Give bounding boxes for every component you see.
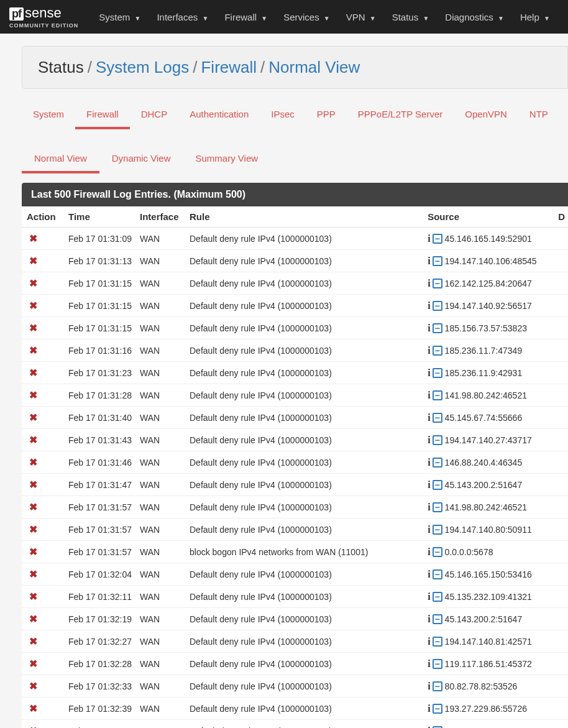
block-icon[interactable]: ✖ xyxy=(27,479,39,491)
tab-authentication[interactable]: Authentication xyxy=(178,101,260,129)
resolve-icon[interactable]: − xyxy=(433,279,442,288)
tab-system[interactable]: System xyxy=(22,101,75,129)
info-icon[interactable]: i xyxy=(428,546,430,558)
resolve-icon[interactable]: − xyxy=(433,458,442,468)
resolve-icon[interactable]: − xyxy=(433,368,442,378)
breadcrumb-segment[interactable]: Normal View xyxy=(268,58,360,76)
resolve-icon[interactable]: − xyxy=(433,346,442,356)
block-icon[interactable]: ✖ xyxy=(27,680,39,692)
info-icon[interactable]: i xyxy=(428,703,430,714)
info-icon[interactable]: i xyxy=(428,233,430,244)
block-icon[interactable]: ✖ xyxy=(27,501,39,513)
info-icon[interactable]: i xyxy=(428,479,430,491)
block-icon[interactable]: ✖ xyxy=(27,523,39,535)
resolve-icon[interactable]: − xyxy=(433,234,442,244)
col-header-destination[interactable]: D xyxy=(555,206,568,228)
nav-item-help[interactable]: Help ▼ xyxy=(512,1,558,33)
info-icon[interactable]: i xyxy=(428,390,430,401)
resolve-icon[interactable]: − xyxy=(433,681,442,691)
info-icon[interactable]: i xyxy=(428,345,430,356)
resolve-icon[interactable]: − xyxy=(433,323,442,333)
breadcrumb-segment[interactable]: System Logs xyxy=(96,58,189,76)
info-icon[interactable]: i xyxy=(428,591,430,602)
col-header-action[interactable]: Action xyxy=(22,206,65,228)
tab-firewall[interactable]: Firewall xyxy=(75,101,130,129)
tab-ppp[interactable]: PPP xyxy=(306,101,347,129)
block-icon[interactable]: ✖ xyxy=(27,591,39,602)
nav-item-interfaces[interactable]: Interfaces ▼ xyxy=(149,1,216,33)
resolve-icon[interactable]: − xyxy=(433,525,442,535)
table-row: ✖Feb 17 01:31:57WANblock bogon IPv4 netw… xyxy=(22,541,568,563)
resolve-icon[interactable]: − xyxy=(433,726,442,729)
block-icon[interactable]: ✖ xyxy=(27,703,39,714)
block-icon[interactable]: ✖ xyxy=(27,568,39,580)
info-icon[interactable]: i xyxy=(428,256,430,267)
col-header-rule[interactable]: Rule xyxy=(186,206,424,228)
tab-dhcp[interactable]: DHCP xyxy=(130,101,179,129)
info-icon[interactable]: i xyxy=(428,614,430,625)
resolve-icon[interactable]: − xyxy=(433,637,442,647)
info-icon[interactable]: i xyxy=(428,658,430,670)
block-icon[interactable]: ✖ xyxy=(27,300,39,311)
resolve-icon[interactable]: − xyxy=(433,659,442,669)
nav-item-vpn[interactable]: VPN ▼ xyxy=(338,1,384,33)
resolve-icon[interactable]: − xyxy=(433,704,442,714)
brand-logo[interactable]: pfsense COMMUNITY EDITION xyxy=(9,5,78,29)
subtab-summary-view[interactable]: Summary View xyxy=(183,145,271,173)
tab-pppoe-l2tp-server[interactable]: PPPoE/L2TP Server xyxy=(347,101,454,129)
block-icon[interactable]: ✖ xyxy=(27,658,39,670)
info-icon[interactable]: i xyxy=(428,435,430,446)
resolve-icon[interactable]: − xyxy=(433,413,442,423)
info-icon[interactable]: i xyxy=(428,412,430,423)
info-icon[interactable]: i xyxy=(428,323,430,334)
block-icon[interactable]: ✖ xyxy=(27,322,39,334)
subtab-normal-view[interactable]: Normal View xyxy=(22,145,99,173)
info-icon[interactable]: i xyxy=(428,636,430,647)
nav-item-status[interactable]: Status ▼ xyxy=(384,1,437,33)
block-icon[interactable]: ✖ xyxy=(27,456,39,468)
nav-item-system[interactable]: System ▼ xyxy=(91,1,149,33)
info-icon[interactable]: i xyxy=(428,681,430,692)
resolve-icon[interactable]: − xyxy=(433,502,442,512)
breadcrumb-segment[interactable]: Firewall xyxy=(201,58,257,76)
block-icon[interactable]: ✖ xyxy=(27,233,39,244)
resolve-icon[interactable]: − xyxy=(433,569,442,579)
info-icon[interactable]: i xyxy=(428,278,430,289)
resolve-icon[interactable]: − xyxy=(433,256,442,266)
block-icon[interactable]: ✖ xyxy=(27,613,39,625)
block-icon[interactable]: ✖ xyxy=(27,255,39,267)
info-icon[interactable]: i xyxy=(428,502,430,513)
col-header-source[interactable]: Source xyxy=(424,206,555,228)
resolve-icon[interactable]: − xyxy=(433,592,442,602)
block-icon[interactable]: ✖ xyxy=(27,546,39,558)
col-header-time[interactable]: Time xyxy=(65,206,137,228)
block-icon[interactable]: ✖ xyxy=(27,344,39,356)
nav-item-services[interactable]: Services ▼ xyxy=(275,1,338,33)
block-icon[interactable]: ✖ xyxy=(27,412,39,423)
resolve-icon[interactable]: − xyxy=(433,547,442,557)
tab-ipsec[interactable]: IPsec xyxy=(260,101,306,129)
info-icon[interactable]: i xyxy=(428,367,430,379)
subtab-dynamic-view[interactable]: Dynamic View xyxy=(99,145,183,173)
block-icon[interactable]: ✖ xyxy=(27,367,39,379)
col-header-interface[interactable]: Interface xyxy=(137,206,186,228)
block-icon[interactable]: ✖ xyxy=(27,725,39,728)
resolve-icon[interactable]: − xyxy=(433,390,442,400)
info-icon[interactable]: i xyxy=(428,457,430,468)
nav-item-diagnostics[interactable]: Diagnostics ▼ xyxy=(437,1,512,33)
info-icon[interactable]: i xyxy=(428,524,430,535)
info-icon[interactable]: i xyxy=(428,300,430,311)
resolve-icon[interactable]: − xyxy=(433,435,442,445)
tab-openvpn[interactable]: OpenVPN xyxy=(454,101,518,129)
block-icon[interactable]: ✖ xyxy=(27,277,39,289)
tab-ntp[interactable]: NTP xyxy=(518,101,559,129)
block-icon[interactable]: ✖ xyxy=(27,434,39,446)
block-icon[interactable]: ✖ xyxy=(27,389,39,401)
resolve-icon[interactable]: − xyxy=(433,480,442,490)
resolve-icon[interactable]: − xyxy=(433,614,442,624)
nav-item-firewall[interactable]: Firewall ▼ xyxy=(216,1,275,33)
info-icon[interactable]: i xyxy=(428,569,430,580)
info-icon[interactable]: i xyxy=(428,726,430,729)
resolve-icon[interactable]: − xyxy=(433,301,442,311)
block-icon[interactable]: ✖ xyxy=(27,635,39,647)
